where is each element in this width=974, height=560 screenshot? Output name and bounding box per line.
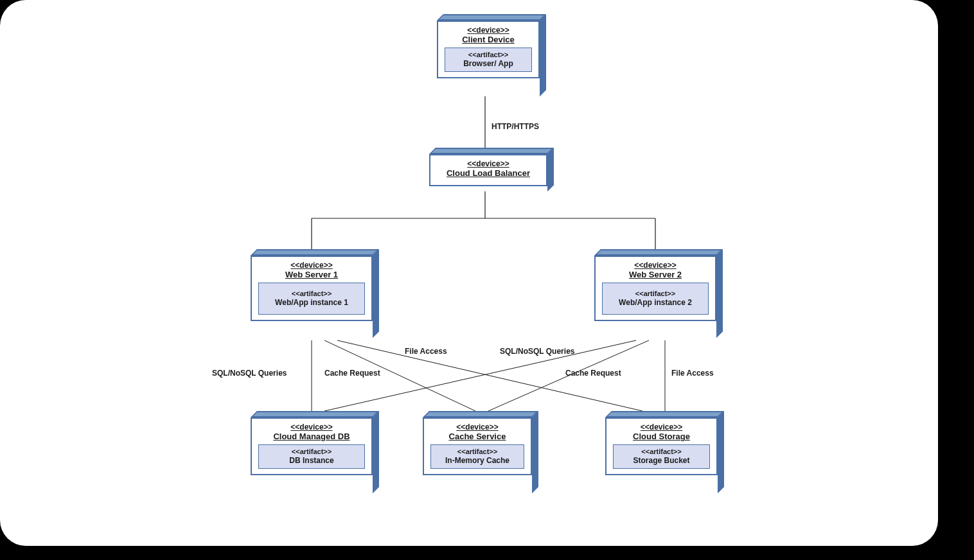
edge-label-sql-top: SQL/NoSQL Queries — [500, 347, 574, 356]
edge-label-http: HTTP/HTTPS — [491, 122, 539, 131]
node-title: Cache Service — [429, 432, 526, 442]
artifact-stereotype: <<artifact>> — [607, 290, 704, 298]
artifact-stereotype: <<artifact>> — [449, 51, 527, 59]
node-title: Cloud Load Balancer — [436, 168, 541, 179]
edge-label-cache-right: Cache Request — [565, 369, 621, 378]
stereotype-label: <<device>> — [443, 26, 533, 35]
stereotype-label: <<device>> — [436, 159, 541, 168]
node-title: Cloud Managed DB — [257, 432, 366, 442]
node-client-device: <<device>> Client Device <<artifact>> Br… — [437, 21, 540, 78]
stereotype-label: <<device>> — [612, 423, 711, 432]
artifact-stereotype: <<artifact>> — [263, 448, 360, 456]
node-web-server-2: <<device>> Web Server 2 <<artifact>> Web… — [594, 256, 716, 321]
artifact-stereotype: <<artifact>> — [617, 448, 705, 456]
edge-label-cache-left: Cache Request — [324, 369, 380, 378]
node-cache-service: <<device>> Cache Service <<artifact>> In… — [423, 417, 532, 475]
node-title: Cloud Storage — [612, 432, 711, 442]
artifact-webapp-2: <<artifact>> Web/App instance 2 — [602, 283, 709, 315]
artifact-name: In-Memory Cache — [435, 456, 520, 465]
artifact-stereotype: <<artifact>> — [435, 448, 520, 456]
artifact-db-instance: <<artifact>> DB Instance — [258, 444, 365, 469]
edge-label-file-top: File Access — [405, 347, 447, 356]
artifact-webapp-1: <<artifact>> Web/App instance 1 — [258, 283, 365, 315]
edge-label-file-right: File Access — [671, 369, 714, 378]
node-cloud-storage: <<device>> Cloud Storage <<artifact>> St… — [605, 417, 718, 475]
diagram-canvas: <<device>> Client Device <<artifact>> Br… — [0, 0, 938, 546]
artifact-name: Web/App instance 1 — [263, 298, 360, 307]
node-web-server-1: <<device>> Web Server 1 <<artifact>> Web… — [251, 256, 373, 321]
node-cloud-db: <<device>> Cloud Managed DB <<artifact>>… — [251, 417, 373, 475]
artifact-storage-bucket: <<artifact>> Storage Bucket — [613, 444, 710, 469]
node-title: Web Server 2 — [601, 270, 710, 280]
stereotype-label: <<device>> — [257, 423, 366, 432]
stereotype-label: <<device>> — [429, 423, 526, 432]
node-title: Client Device — [443, 35, 533, 45]
edge-label-sql-left: SQL/NoSQL Queries — [212, 369, 287, 378]
stereotype-label: <<device>> — [257, 261, 366, 270]
artifact-stereotype: <<artifact>> — [263, 290, 360, 298]
node-title: Web Server 1 — [257, 270, 366, 280]
artifact-in-memory-cache: <<artifact>> In-Memory Cache — [430, 444, 524, 469]
artifact-browser-app: <<artifact>> Browser/ App — [445, 48, 532, 72]
node-load-balancer: <<device>> Cloud Load Balancer — [429, 154, 547, 186]
artifact-name: Storage Bucket — [617, 456, 705, 465]
artifact-name: Browser/ App — [449, 59, 527, 68]
artifact-name: Web/App instance 2 — [607, 298, 704, 307]
stereotype-label: <<device>> — [601, 261, 710, 270]
artifact-name: DB Instance — [263, 456, 360, 465]
